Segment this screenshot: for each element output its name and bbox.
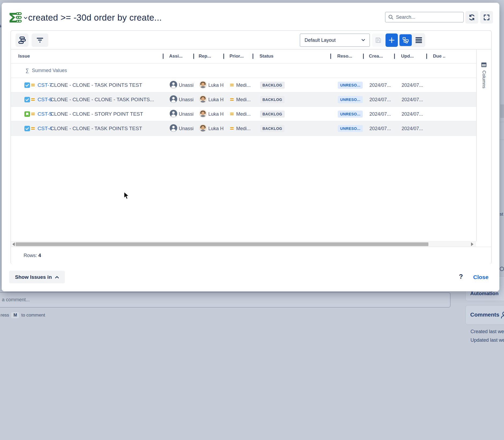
reporter-avatar [199,124,207,133]
issue-key-link[interactable]: CST-5 [38,111,52,117]
column-resize-handle[interactable] [394,54,395,59]
issue-summary: CLONE - CLONE - CLONE - TASK POINTS... [50,97,154,103]
close-button[interactable]: Close [473,274,488,280]
resolution-badge: UNRESO... [338,83,363,88]
priority-value: Medi... [236,97,251,102]
unassigned-avatar-icon [170,81,177,89]
add-issue-button[interactable] [386,33,398,47]
assignee-name: Unassigned [179,82,193,88]
column-resize-handle[interactable] [163,54,164,59]
column-resize-handle[interactable] [330,54,331,59]
show-issues-in-button[interactable]: Show Issues in [9,271,65,283]
horizontal-scrollbar[interactable] [11,241,476,247]
created-date: 2024/07... [369,111,391,117]
chevron-up-icon [55,276,59,279]
column-header-reporter[interactable]: Rep... [199,54,211,59]
chevron-down-icon[interactable] [24,17,27,19]
column-header-issue[interactable]: Issue [18,54,30,59]
column-resize-handle[interactable] [253,54,253,59]
comment-placeholder: a comment... [2,297,30,303]
priority-icon [31,84,35,87]
priority-value: Medi... [236,82,251,88]
filter-button[interactable] [32,33,48,47]
column-header-updated[interactable]: Upd... [401,54,414,59]
status-badge: BACKLOG [260,112,285,116]
reporter-avatar [199,81,207,89]
created-date: 2024/07... [369,97,391,102]
search-icon [388,14,394,20]
assignee-name: Unassigned [179,126,193,131]
scroll-right-arrow[interactable] [471,242,473,246]
scrollbar-thumb[interactable] [16,242,428,246]
table-row[interactable]: CST-7 CLONE - CLONE - TASK POINTS TEST U… [11,78,476,92]
reporter-name: Luka Hu [208,82,223,88]
priority-icon [230,84,234,87]
issue-key-link[interactable]: CST-7 [38,82,52,88]
column-header-due[interactable]: Due .. [433,54,445,59]
issue-key-link[interactable]: CST-6 [38,97,52,103]
fullscreen-icon [483,14,490,21]
layout-select[interactable]: Default Layout [300,33,370,47]
list-view-button[interactable] [413,34,424,46]
priority-value: Medi... [236,126,251,131]
table-header-row: Issue Assi... Rep... Prior... Status Res… [11,50,476,63]
help-button[interactable]: ? [459,273,463,280]
updated-date: 2024/07... [402,111,423,117]
updated-date: 2024/07... [402,126,423,131]
background-icon-fragment [500,267,504,271]
grouping-icon [18,36,26,44]
column-header-status[interactable]: Status [260,54,273,59]
column-header-resolution[interactable]: Reso... [337,54,352,59]
scroll-left-arrow[interactable] [12,242,15,246]
fullscreen-button[interactable] [480,11,493,24]
columns-tab-label: Columns [481,70,487,88]
grouping-button[interactable] [16,33,28,47]
columns-tab[interactable]: Columns [477,62,491,88]
task-icon [24,97,30,102]
status-badge: BACKLOG [260,97,285,102]
structure-app-logo[interactable]: Σ [9,11,23,24]
column-header-assignee[interactable]: Assi... [169,54,183,59]
table-row[interactable]: CST-6 CLONE - CLONE - CLONE - TASK POINT… [11,92,476,107]
table-row[interactable]: CST-4 CLONE - CLONE - TASK POINTS TEST U… [11,121,476,136]
save-icon [375,37,382,44]
filter-icon [36,37,44,43]
list-view-icon [415,37,423,44]
status-badge: BACKLOG [260,83,285,88]
tree-view-icon [402,37,409,44]
column-resize-handle[interactable] [363,54,364,59]
issue-summary: CLONE - CLONE - TASK POINTS TEST [50,126,142,131]
background-chip-fragment [500,104,504,118]
status-badge: BACKLOG [260,126,285,131]
column-resize-handle[interactable] [193,54,194,59]
issue-summary: CLONE - CLONE - TASK POINTS TEST [50,82,142,88]
refresh-button[interactable] [465,11,478,24]
tree-view-button[interactable] [399,34,412,46]
automation-title: Automation [470,291,499,296]
summed-values-row: ∑ Summed Values [11,63,476,78]
updated-date: 2024/07... [402,97,423,102]
people-icon [500,311,504,319]
save-layout-button[interactable] [372,33,384,47]
resolution-badge: UNRESO... [338,112,363,116]
created-info: Created last wee [470,329,504,334]
issue-search-dialog: Σ created >= -30d order by create... [2,3,499,291]
table-body: CST-7 CLONE - CLONE - TASK POINTS TEST U… [11,78,476,136]
search-input[interactable] [396,14,455,20]
column-header-priority[interactable]: Prior... [229,54,244,59]
priority-icon [230,113,234,115]
reporter-name: Luka Hu [208,126,223,131]
column-resize-handle[interactable] [223,54,224,59]
unassigned-avatar-icon [170,95,177,104]
view-mode-group [398,33,425,47]
reporter-avatar [199,110,207,118]
resolution-badge: UNRESO... [338,97,363,102]
table-row[interactable]: CST-5 CLONE - CLONE - STORY POINT TEST U… [11,107,476,121]
issue-type-icon [24,97,30,102]
comment-input: a comment... [0,292,450,307]
column-header-created[interactable]: Crea... [369,54,383,59]
column-resize-handle[interactable] [426,54,427,59]
issue-key-link[interactable]: CST-4 [38,126,52,131]
summed-values-label: Summed Values [32,68,67,73]
issue-type-icon [24,111,30,117]
